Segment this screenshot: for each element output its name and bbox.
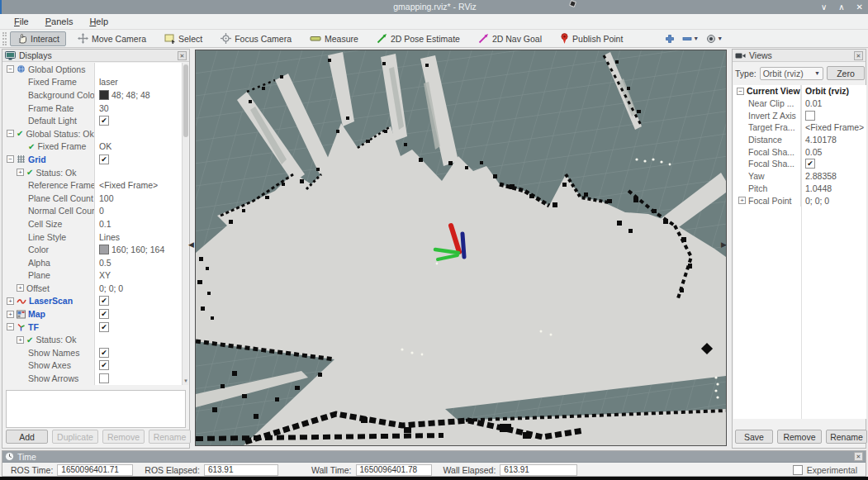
checkbox-checked[interactable] xyxy=(99,309,109,319)
color-swatch[interactable] xyxy=(99,245,109,254)
checkbox-checked[interactable] xyxy=(99,116,109,126)
focus-camera-icon xyxy=(221,33,231,44)
minimize-button[interactable]: ∨ xyxy=(821,1,827,13)
checkbox-checked[interactable] xyxy=(805,159,815,169)
pose-estimate-arrow-icon xyxy=(377,33,387,44)
row-grid-color[interactable]: Color 160; 160; 164 xyxy=(3,243,183,256)
slam-map-canvas[interactable] xyxy=(196,50,726,445)
menu-file[interactable]: File xyxy=(7,16,36,27)
add-tool-plus-icon[interactable] xyxy=(662,33,677,45)
expand-toggle[interactable] xyxy=(7,311,14,318)
collapse-toggle[interactable] xyxy=(7,323,14,330)
expand-toggle[interactable] xyxy=(17,336,24,344)
select-tool-button[interactable]: Select xyxy=(158,31,209,46)
row-target-frame[interactable]: Target Fra... <Fixed Frame> xyxy=(733,121,866,134)
checkbox-checked[interactable] xyxy=(99,348,109,358)
close-button[interactable]: ✕ xyxy=(856,1,863,13)
wall-elapsed-value[interactable]: 613.91 xyxy=(500,464,577,476)
row-map-display[interactable]: Map xyxy=(3,307,183,321)
row-plane-cell-count[interactable]: Plane Cell Count 100 xyxy=(3,192,183,205)
color-swatch[interactable] xyxy=(99,90,109,100)
checkbox-unchecked[interactable] xyxy=(99,373,109,383)
row-fixed-frame-status[interactable]: Fixed Frame OK xyxy=(3,140,183,154)
expand-toggle[interactable] xyxy=(17,284,24,292)
scrollbar-thumb[interactable] xyxy=(183,64,188,137)
row-pitch[interactable]: Pitch 1.0448 xyxy=(733,183,866,195)
row-grid-display[interactable]: Grid xyxy=(3,153,183,166)
interact-tool-button[interactable]: Interact xyxy=(10,31,66,46)
row-laserscan-display[interactable]: LaserScan xyxy=(3,295,183,308)
time-close-icon[interactable] xyxy=(854,452,863,461)
row-global-status[interactable]: Global Status: Ok xyxy=(3,127,183,140)
row-offset[interactable]: Offset 0; 0; 0 xyxy=(3,282,183,295)
row-plane[interactable]: Plane XY xyxy=(3,269,183,283)
row-yaw[interactable]: Yaw 2.88358 xyxy=(733,170,866,183)
row-cell-size[interactable]: Cell Size 0.1 xyxy=(3,217,183,230)
row-normal-cell-count[interactable]: Normal Cell Count 0 xyxy=(3,205,183,218)
displays-close-icon[interactable] xyxy=(178,51,187,60)
row-line-style[interactable]: Line Style Lines xyxy=(3,230,183,244)
zero-view-button[interactable]: Zero xyxy=(827,66,865,80)
expand-toggle[interactable] xyxy=(7,297,14,305)
row-tf-display[interactable]: TF xyxy=(3,321,183,334)
row-show-axes[interactable]: Show Axes xyxy=(3,359,183,373)
row-alpha[interactable]: Alpha 0.5 xyxy=(3,256,183,269)
row-distance[interactable]: Distance 4.10178 xyxy=(733,134,866,146)
row-focal-shape-fixed[interactable]: Focal Sha... xyxy=(733,158,866,170)
scrollbar-down-arrow-icon[interactable] xyxy=(183,378,189,385)
row-focal-point[interactable]: Focal Point 0; 0; 0 xyxy=(733,194,866,207)
display-description-box xyxy=(6,390,186,428)
3d-viewport[interactable] xyxy=(195,50,727,446)
displays-scrollbar[interactable] xyxy=(182,63,188,385)
checkbox-checked[interactable] xyxy=(99,360,109,370)
menu-panels[interactable]: Panels xyxy=(38,16,81,27)
pose-estimate-tool-button[interactable]: 2D Pose Estimate xyxy=(370,31,467,46)
nav-goal-tool-button[interactable]: 2D Nav Goal xyxy=(472,31,548,46)
checkbox-unchecked[interactable] xyxy=(805,111,815,121)
row-tf-status[interactable]: Status: Ok xyxy=(3,333,183,346)
expand-toggle[interactable] xyxy=(17,169,24,176)
left-panel-splitter-arrow[interactable] xyxy=(188,240,194,249)
checkbox-checked[interactable] xyxy=(99,154,109,164)
experimental-checkbox[interactable] xyxy=(793,465,803,475)
measure-tool-button[interactable]: Measure xyxy=(303,31,365,46)
row-frame-rate[interactable]: Frame Rate 30 xyxy=(3,102,183,115)
row-reference-frame[interactable]: Reference Frame <Fixed Frame> xyxy=(3,178,183,192)
row-show-arrows[interactable]: Show Arrows xyxy=(3,372,183,385)
row-near-clip[interactable]: Near Clip ... 0.01 xyxy=(733,97,866,110)
row-current-view[interactable]: Current View Orbit (rviz) xyxy=(733,85,866,97)
row-default-light[interactable]: Default Light xyxy=(3,114,183,127)
row-show-names[interactable]: Show Names xyxy=(3,346,183,359)
row-invert-z-axis[interactable]: Invert Z Axis xyxy=(733,109,866,121)
row-background-color[interactable]: Background Color 48; 48; 48 xyxy=(3,88,183,102)
publish-point-tool-button[interactable]: Publish Point xyxy=(553,31,629,46)
add-display-button[interactable]: Add xyxy=(6,430,48,444)
publish-point-pin-icon xyxy=(560,33,569,44)
row-fixed-frame[interactable]: Fixed Frame laser xyxy=(3,76,183,89)
ros-time-value[interactable]: 1650096401.71 xyxy=(57,464,133,476)
tool-properties-icon[interactable]: ▼ xyxy=(704,33,725,45)
collapse-toggle[interactable] xyxy=(737,88,744,95)
move-camera-tool-button[interactable]: Move Camera xyxy=(71,31,153,46)
right-panel-splitter-arrow[interactable] xyxy=(721,240,727,249)
collapse-toggle[interactable] xyxy=(7,130,14,137)
ros-elapsed-value[interactable]: 613.91 xyxy=(204,464,278,476)
collapse-toggle[interactable] xyxy=(7,155,14,163)
menu-help[interactable]: Help xyxy=(82,16,116,27)
checkbox-checked[interactable] xyxy=(99,322,109,332)
maximize-button[interactable]: ∧ xyxy=(838,1,844,13)
save-view-button[interactable]: Save xyxy=(735,430,773,444)
remove-tool-minus-icon[interactable]: ▼ xyxy=(680,33,701,45)
remove-view-button[interactable]: Remove xyxy=(777,430,822,444)
view-type-combo[interactable]: Orbit (rviz) ▼ xyxy=(760,67,823,80)
collapse-toggle[interactable] xyxy=(7,65,14,73)
expand-toggle[interactable] xyxy=(738,197,746,204)
focus-camera-tool-button[interactable]: Focus Camera xyxy=(214,31,298,46)
rename-view-button[interactable]: Rename xyxy=(826,430,867,444)
views-close-icon[interactable] xyxy=(854,51,863,60)
row-global-options[interactable]: Global Options xyxy=(3,63,183,76)
wall-time-value[interactable]: 1650096401.78 xyxy=(356,464,432,476)
checkbox-checked[interactable] xyxy=(99,296,109,306)
row-grid-status[interactable]: Status: Ok xyxy=(3,166,183,179)
row-focal-shape-size[interactable]: Focal Sha... 0.05 xyxy=(733,145,866,158)
